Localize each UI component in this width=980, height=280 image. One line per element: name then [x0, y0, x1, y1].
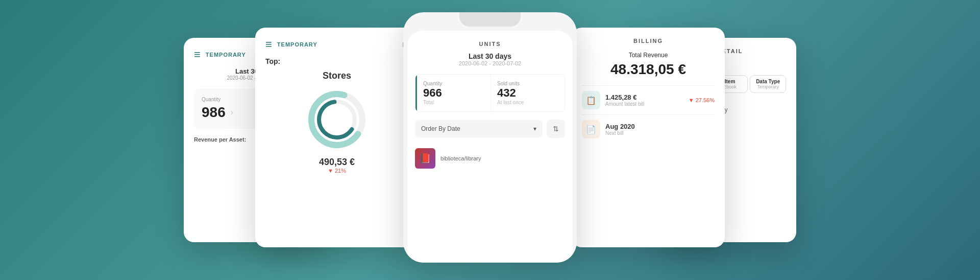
billing-header: BILLING	[582, 38, 715, 44]
left-stores-change: ▼ 21%	[328, 168, 346, 174]
billing-next-bill-info: Aug 2020 Next bill	[605, 123, 715, 136]
billing-latest-bill-label: Amount latest bill	[605, 101, 683, 107]
center-list-text: biblioteca/library	[440, 155, 481, 161]
phone-inner: UNITS Last 30 days 2020-06-02 - 2020-07-…	[407, 31, 573, 263]
center-sort-button[interactable]: ⇅	[547, 120, 565, 138]
center-select-row: Order By Date ▾ ⇅	[415, 120, 565, 138]
left-stores-value: 490,53 €	[319, 157, 355, 168]
far-left-quantity-label: Quantity	[202, 97, 233, 102]
center-stats-row: Quantity 966 Total Sold units 432 At las…	[415, 74, 565, 112]
left-donut-container: Stores 490,53 € ▼ 21%	[265, 71, 408, 174]
center-quantity-stat: Quantity 966 Total	[415, 75, 491, 111]
center-date-range: 2020-06-02 - 2020-07-02	[415, 60, 565, 66]
left-tab-label: TEMPORARY	[277, 41, 317, 48]
billing-total-amount: 48.318,05 €	[582, 61, 715, 78]
billing-latest-bill-info: 1.425,28 € Amount latest bill	[605, 94, 683, 107]
card-center-phone: UNITS Last 30 days 2020-06-02 - 2020-07-…	[403, 12, 577, 263]
center-list-thumb: 📕	[415, 148, 435, 169]
billing-next-bill-label: Next bill	[605, 130, 715, 136]
card-right-billing: BILLING Total Revenue 48.318,05 € 📋 1.42…	[572, 28, 725, 247]
detail-tab-datatype-label: Data Type	[752, 79, 783, 84]
billing-latest-bill-value: 1.425,28 €	[605, 94, 683, 101]
far-left-quantity-value: 986	[202, 104, 226, 121]
center-list-item: 📕 biblioteca/library	[415, 144, 565, 173]
center-sold-value: 432	[497, 86, 558, 100]
billing-latest-bill-change: ▼ 27.56%	[689, 97, 715, 103]
center-tab-label: UNITS	[415, 38, 565, 47]
left-stores-label: Stores	[323, 71, 351, 81]
billing-total-label: Total Revenue	[582, 52, 715, 59]
center-quantity-label: Quantity	[423, 81, 484, 86]
center-sold-label: Sold units	[497, 81, 558, 86]
left-top-label: Top:	[265, 57, 408, 65]
center-sold-sub: At last once	[497, 100, 558, 105]
left-donut-chart	[304, 86, 370, 153]
billing-next-bill-value: Aug 2020	[605, 123, 715, 130]
far-left-tab-label: TEMPORARY	[206, 52, 246, 58]
center-quantity-sub: Total	[423, 100, 484, 105]
billing-next-bill-icon: 📄	[582, 120, 600, 138]
far-left-quantity-arrow: ›	[231, 108, 233, 117]
phone-notch	[459, 12, 521, 27]
center-sold-stat: Sold units 432 At last once	[491, 75, 565, 111]
billing-latest-bill-icon: 📋	[582, 91, 600, 109]
center-date-section: Last 30 days 2020-06-02 - 2020-07-02	[415, 52, 565, 66]
far-left-logo-icon: ≡	[194, 48, 201, 61]
center-quantity-value: 966	[423, 86, 484, 100]
detail-tab-datatype-sub: Temporary	[752, 84, 783, 89]
billing-next-bill-row: 📄 Aug 2020 Next bill	[582, 114, 715, 144]
center-order-select-label: Order By Date	[421, 125, 460, 132]
center-date-title: Last 30 days	[415, 52, 565, 60]
left-logo-icon: ≡	[265, 38, 272, 51]
center-order-select-chevron: ▾	[533, 125, 536, 132]
cards-container: ≡ TEMPORARY ⊞ Last 30 days 2020-06-02 - …	[184, 12, 796, 268]
billing-latest-bill-row: 📋 1.425,28 € Amount latest bill ▼ 27.56%	[582, 85, 715, 114]
left-header: ≡ TEMPORARY ⊞	[265, 38, 408, 51]
detail-tab-datatype[interactable]: Data Type Temporary	[750, 75, 786, 93]
center-order-select[interactable]: Order By Date ▾	[415, 120, 543, 137]
card-left: ≡ TEMPORARY ⊞ Top: Stores 490,53 € ▼ 21%	[255, 28, 419, 247]
